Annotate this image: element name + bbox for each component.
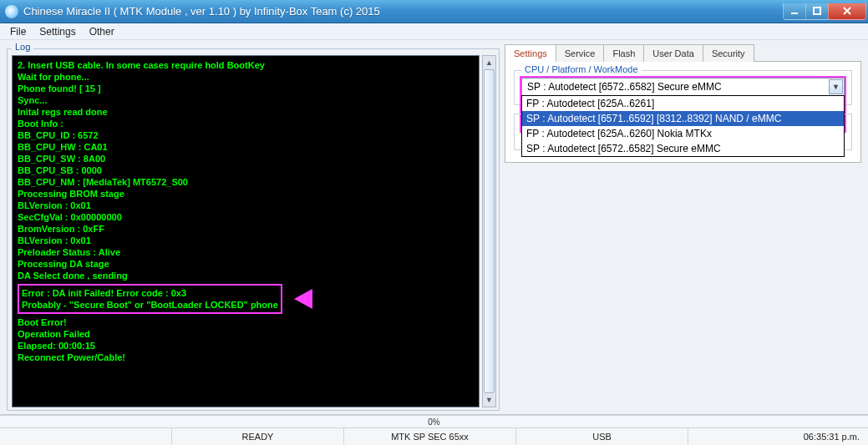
platform-option[interactable]: SP : Autodetect [6572..6582] Secure eMMC <box>522 141 844 156</box>
log-group-label: Log <box>12 42 33 52</box>
log-line: BromVersion : 0xFF <box>18 223 474 235</box>
window-title: Chinese Miracle II ( MTK Module , ver 1.… <box>23 5 784 18</box>
platform-option[interactable]: SP : Autodetect [6571..6592] [8312..8392… <box>522 111 844 126</box>
status-bar: READY MTK SP SEC 65xx USB 06:35:31 p.m. <box>0 428 868 445</box>
platform-legend: CPU / Platform / WorkMode <box>521 64 642 74</box>
platform-combo[interactable]: SP : Autodetect [6572..6582] Secure eMMC… <box>521 78 845 96</box>
log-line: Error : DA init Failed! Error code : 0x3 <box>22 287 278 299</box>
log-line: BB_CPU_HW : CA01 <box>18 141 474 153</box>
log-line: SecCfgVal : 0x00000000 <box>18 211 474 223</box>
platform-option[interactable]: FP : Autodetect [625A..6261] <box>522 96 844 111</box>
log-line: Inital regs read done <box>18 106 474 118</box>
chevron-down-icon[interactable]: ▼ <box>829 79 843 94</box>
pointer-arrow-icon <box>294 289 312 309</box>
scroll-up-icon[interactable]: ▲ <box>483 56 495 69</box>
progress-bar: 0% <box>0 415 868 428</box>
log-line: Boot Error! <box>18 316 474 328</box>
log-line: BB_CPU_NM : [MediaTek] MT6572_S00 <box>18 176 474 188</box>
minimize-button[interactable] <box>783 3 806 20</box>
log-line: DA Select done , sending <box>18 270 474 281</box>
platform-dropdown[interactable]: FP : Autodetect [625A..6261]SP : Autodet… <box>521 95 845 157</box>
progress-text: 0% <box>428 417 439 427</box>
log-line: Wait for phone... <box>18 71 474 83</box>
tab-flash[interactable]: Flash <box>603 44 644 62</box>
platform-fieldset: CPU / Platform / WorkMode SP : Autodetec… <box>514 70 852 105</box>
log-line: Sync... <box>18 94 474 106</box>
log-line: Preloader Status : Alive <box>18 246 474 258</box>
platform-option[interactable]: FP : Autodetect [625A..6260] Nokia MTKx <box>522 126 844 141</box>
app-icon <box>5 5 18 18</box>
status-ready: READY <box>172 428 344 445</box>
status-connection: USB <box>516 428 688 445</box>
log-line: BB_CPU_ID : 6572 <box>18 129 474 141</box>
status-empty <box>0 428 172 445</box>
close-button[interactable] <box>828 3 866 20</box>
log-group: Log 2. Insert USB cable. In some cases r… <box>7 43 500 411</box>
log-line: Probably - "Secure Boot" or "BootLoader … <box>22 299 278 311</box>
status-time: 06:35:31 p.m. <box>688 428 868 445</box>
log-line: BB_CPU_SW : 8A00 <box>18 153 474 164</box>
menu-file[interactable]: File <box>3 24 33 39</box>
menu-settings[interactable]: Settings <box>33 24 82 39</box>
tab-body-settings: CPU / Platform / WorkMode SP : Autodetec… <box>505 61 861 163</box>
menu-bar: File Settings Other <box>0 23 868 40</box>
log-line: Reconnect Power/Cable! <box>18 351 474 363</box>
tab-service[interactable]: Service <box>556 44 605 62</box>
log-line: Phone found! [ 15 ] <box>18 83 474 94</box>
log-error-highlight: Error : DA init Failed! Error code : 0x3… <box>18 284 282 314</box>
menu-other[interactable]: Other <box>83 24 121 39</box>
log-line: BLVersion : 0x01 <box>18 200 474 211</box>
log-line: Operation Failed <box>18 328 474 340</box>
log-line: BB_CPU_SB : 0000 <box>18 164 474 176</box>
log-line: Boot Info : <box>18 118 474 129</box>
log-line: Processing DA stage <box>18 258 474 270</box>
log-line: Processing BROM stage <box>18 188 474 200</box>
scroll-thumb[interactable] <box>484 69 495 393</box>
log-line: 2. Insert USB cable. In some cases requi… <box>18 59 474 71</box>
status-platform: MTK SP SEC 65xx <box>344 428 516 445</box>
platform-combo-value: SP : Autodetect [6572..6582] Secure eMMC <box>527 81 722 93</box>
tab-strip: SettingsServiceFlashUser DataSecurity <box>505 43 861 61</box>
tab-user-data[interactable]: User Data <box>643 44 703 62</box>
window-titlebar: Chinese Miracle II ( MTK Module , ver 1.… <box>0 0 868 23</box>
maximize-button[interactable] <box>805 3 829 20</box>
scroll-down-icon[interactable]: ▼ <box>483 393 495 407</box>
tab-settings[interactable]: Settings <box>505 44 556 62</box>
tab-security[interactable]: Security <box>703 44 754 62</box>
log-line: BLVersion : 0x01 <box>18 235 474 246</box>
log-console: 2. Insert USB cable. In some cases requi… <box>12 55 480 407</box>
log-line: Elapsed: 00:00:15 <box>18 340 474 351</box>
log-scrollbar[interactable]: ▲ ▼ <box>482 55 496 407</box>
right-panel: SettingsServiceFlashUser DataSecurity CP… <box>505 40 868 414</box>
